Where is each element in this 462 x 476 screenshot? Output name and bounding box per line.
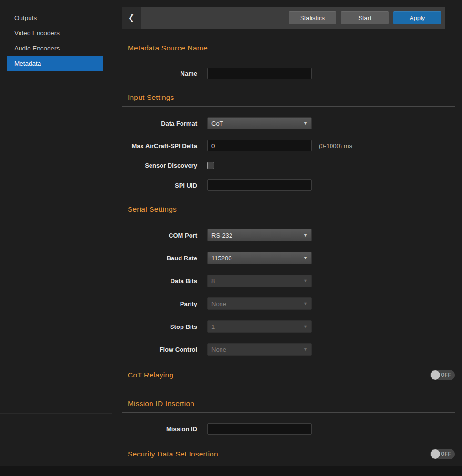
toggle-knob (431, 370, 440, 380)
cot-relaying-toggle[interactable]: OFF (430, 370, 455, 380)
stop-bits-row: Stop Bits 1 ▼ (122, 320, 455, 333)
name-input[interactable] (207, 68, 312, 79)
data-bits-row: Data Bits 8 ▼ (122, 275, 455, 287)
caret-down-icon: ▼ (303, 301, 308, 306)
sidebar-item-metadata[interactable]: Metadata (7, 56, 103, 71)
caret-down-icon: ▼ (303, 233, 308, 238)
toggle-state-label: OFF (441, 449, 452, 459)
section-head-serial-settings: Serial Settings (122, 205, 455, 218)
spi-uid-row: SPI UID (122, 179, 455, 191)
sensor-discovery-checkbox[interactable] (207, 162, 214, 169)
data-format-select[interactable]: CoT ▼ (207, 117, 312, 129)
start-button[interactable]: Start (341, 11, 389, 24)
baud-rate-value: 115200 (211, 255, 231, 262)
toggle-state-label: OFF (441, 370, 452, 380)
security-data-set-toggle[interactable]: OFF (430, 449, 455, 459)
baud-rate-select[interactable]: 115200 ▼ (207, 252, 312, 264)
name-row: Name (122, 68, 455, 79)
section-title-serial-settings: Serial Settings (122, 205, 177, 214)
com-port-value: RS-232 (211, 232, 232, 239)
app-root: Outputs Video Encoders Audio Encoders Me… (0, 0, 462, 466)
chevron-left-icon: ❮ (128, 13, 134, 23)
max-aircraft-spi-delta-input[interactable] (207, 140, 312, 151)
section-title-mission-id-insertion: Mission ID Insertion (122, 399, 194, 408)
data-bits-value: 8 (211, 278, 215, 285)
statistics-button[interactable]: Statistics (289, 11, 336, 24)
sensor-discovery-row: Sensor Discovery (122, 162, 455, 169)
stop-bits-select: 1 ▼ (207, 320, 312, 333)
sidebar-item-audio-encoders[interactable]: Audio Encoders (7, 41, 103, 56)
parity-label: Parity (122, 300, 197, 307)
sidebar: Outputs Video Encoders Audio Encoders Me… (0, 0, 112, 466)
com-port-row: COM Port RS-232 ▼ (122, 229, 455, 241)
max-aircraft-spi-delta-hint: (0-1000) ms (319, 142, 352, 149)
sidebar-item-outputs[interactable]: Outputs (7, 10, 103, 26)
com-port-label: COM Port (122, 232, 197, 239)
data-bits-label: Data Bits (122, 278, 197, 285)
section-title-security-data-set-insertion: Security Data Set Insertion (122, 450, 218, 458)
flow-control-select: None ▼ (207, 343, 312, 356)
section-title-metadata-source-name: Metadata Source Name (122, 44, 208, 52)
toggle-knob (431, 449, 440, 459)
max-aircraft-spi-delta-label: Max AirCraft-SPI Delta (122, 142, 197, 149)
mission-id-input[interactable] (207, 423, 312, 435)
section-head-input-settings: Input Settings (122, 93, 455, 107)
flow-control-value: None (211, 346, 226, 353)
section-title-input-settings: Input Settings (122, 93, 174, 102)
toolbar-actions: Statistics Start Apply (289, 11, 445, 24)
main-content: ❮ Statistics Start Apply Metadata Source… (112, 0, 462, 466)
name-label: Name (122, 70, 197, 77)
parity-select: None ▼ (207, 298, 312, 310)
max-aircraft-spi-delta-row: Max AirCraft-SPI Delta (0-1000) ms (122, 140, 455, 151)
caret-down-icon: ▼ (303, 278, 308, 283)
baud-rate-row: Baud Rate 115200 ▼ (122, 252, 455, 264)
data-bits-select: 8 ▼ (207, 275, 312, 287)
baud-rate-label: Baud Rate (122, 255, 197, 262)
caret-down-icon: ▼ (303, 324, 308, 329)
caret-down-icon: ▼ (303, 121, 308, 126)
caret-down-icon: ▼ (303, 256, 308, 260)
sensor-discovery-label: Sensor Discovery (122, 162, 197, 169)
caret-down-icon: ▼ (303, 347, 308, 352)
section-title-cot-relaying: CoT Relaying (122, 371, 173, 379)
parity-value: None (211, 300, 226, 307)
section-head-cot-relaying: CoT Relaying OFF (122, 370, 455, 385)
data-format-label: Data Format (122, 120, 197, 127)
sidebar-divider (0, 413, 112, 414)
section-head-security-data-set-insertion: Security Data Set Insertion OFF (122, 449, 455, 464)
sidebar-item-video-encoders[interactable]: Video Encoders (7, 26, 103, 41)
stop-bits-value: 1 (211, 323, 215, 330)
data-format-value: CoT (211, 120, 223, 127)
apply-button[interactable]: Apply (393, 11, 441, 24)
spi-uid-label: SPI UID (122, 182, 197, 189)
section-head-mission-id-insertion: Mission ID Insertion (122, 399, 455, 413)
flow-control-row: Flow Control None ▼ (122, 343, 455, 356)
section-head-metadata-source-name: Metadata Source Name (122, 44, 455, 57)
data-format-row: Data Format CoT ▼ (122, 117, 455, 129)
toolbar: ❮ Statistics Start Apply (122, 7, 445, 29)
flow-control-label: Flow Control (122, 346, 197, 353)
mission-id-row: Mission ID (122, 423, 455, 435)
back-button[interactable]: ❮ (122, 7, 141, 29)
mission-id-label: Mission ID (122, 426, 197, 433)
stop-bits-label: Stop Bits (122, 323, 197, 330)
com-port-select[interactable]: RS-232 ▼ (207, 229, 312, 241)
parity-row: Parity None ▼ (122, 298, 455, 310)
spi-uid-input[interactable] (207, 179, 312, 191)
